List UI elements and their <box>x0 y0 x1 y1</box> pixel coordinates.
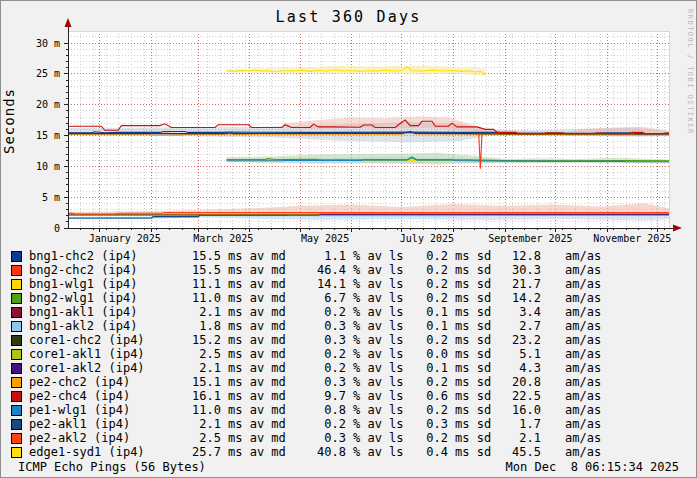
legend-row: bng1-akl2 (ip4)1.8ms av md0.3% av ls0.1m… <box>1 319 696 333</box>
legend-host-label: edge1-syd1 (ip4) <box>29 445 189 459</box>
legend-amas-value: 4.3 <box>491 361 541 375</box>
legend-amas-unit: am/as <box>565 417 601 431</box>
legend-row: bng1-akl1 (ip4)2.1ms av md0.2% av ls0.1m… <box>1 305 696 319</box>
ping-latency-chart: 30 m25 m20 m15 m10 m5 m0January 2025Marc… <box>1 1 697 247</box>
legend-stddev-value: 0.6 <box>404 389 448 403</box>
legend-amas-unit: am/as <box>565 361 601 375</box>
legend-amas-unit: am/as <box>565 291 601 305</box>
legend-median-value: 25.7 <box>189 445 221 459</box>
legend-amas-unit: am/as <box>565 431 601 445</box>
x-tick-label: January 2025 <box>89 233 161 244</box>
legend-amas-unit: am/as <box>565 305 601 319</box>
legend-stddev-value: 0.2 <box>404 291 448 305</box>
legend-loss-unit: % av ls <box>353 389 404 403</box>
legend-loss-value: 0.3 <box>286 333 346 347</box>
legend-row: bng1-wlg1 (ip4)11.1ms av md14.1% av ls0.… <box>1 277 696 291</box>
legend-amas-value: 30.3 <box>491 263 541 277</box>
legend-median-unit: ms av md <box>228 361 286 375</box>
legend-stddev-unit: ms sd <box>455 403 491 417</box>
legend-median-value: 11.0 <box>189 403 221 417</box>
y-tick-label: 20 m <box>36 99 60 110</box>
legend-stddev-value: 0.2 <box>404 249 448 263</box>
legend-amas-value: 45.5 <box>491 445 541 459</box>
legend-stddev-unit: ms sd <box>455 319 491 333</box>
legend-color-swatch <box>11 419 22 430</box>
legend-loss-unit: % av ls <box>353 347 404 361</box>
legend-loss-unit: % av ls <box>353 431 404 445</box>
legend-loss-unit: % av ls <box>353 291 404 305</box>
legend-median-unit: ms av md <box>228 291 286 305</box>
x-axis-arrow <box>673 225 682 232</box>
legend-stddev-unit: ms sd <box>455 417 491 431</box>
x-tick-label: May 2025 <box>301 233 349 244</box>
legend-median-unit: ms av md <box>228 445 286 459</box>
probe-description: ICMP Echo Pings (56 Bytes) <box>18 460 206 474</box>
x-tick-label: September 2025 <box>488 233 572 244</box>
legend-host-label: core1-akl2 (ip4) <box>29 361 189 375</box>
legend-stddev-unit: ms sd <box>455 291 491 305</box>
y-tick-label: 25 m <box>36 68 60 79</box>
legend-loss-unit: % av ls <box>353 361 404 375</box>
legend-median-value: 11.0 <box>189 291 221 305</box>
y-tick-label: 15 m <box>36 130 60 141</box>
legend-amas-value: 16.0 <box>491 403 541 417</box>
legend-loss-unit: % av ls <box>353 417 404 431</box>
legend-median-value: 2.1 <box>189 417 221 431</box>
legend-median-unit: ms av md <box>228 319 286 333</box>
legend-stddev-unit: ms sd <box>455 263 491 277</box>
legend-amas-value: 20.8 <box>491 375 541 389</box>
x-tick-label: July 2025 <box>400 233 454 244</box>
legend-stddev-value: 0.1 <box>404 305 448 319</box>
legend-loss-unit: % av ls <box>353 333 404 347</box>
legend-amas-value: 2.7 <box>491 319 541 333</box>
legend-loss-unit: % av ls <box>353 305 404 319</box>
legend-color-swatch <box>11 279 22 290</box>
legend-loss-value: 9.7 <box>286 389 346 403</box>
y-tick-label: 5 m <box>42 192 60 203</box>
legend-median-value: 11.1 <box>189 277 221 291</box>
legend-color-swatch <box>11 377 22 388</box>
legend-median-value: 1.8 <box>189 319 221 333</box>
x-tick-label: March 2025 <box>193 233 253 244</box>
timestamp: Mon Dec 8 06:15:34 2025 <box>506 460 679 474</box>
legend-loss-value: 0.3 <box>286 431 346 445</box>
legend-stddev-value: 0.1 <box>404 319 448 333</box>
legend-row: pe2-akl2 (ip4)2.5ms av md0.3% av ls0.2ms… <box>1 431 696 445</box>
legend-amas-unit: am/as <box>565 389 601 403</box>
legend-amas-unit: am/as <box>565 277 601 291</box>
legend-stddev-unit: ms sd <box>455 431 491 445</box>
legend-median-value: 15.2 <box>189 333 221 347</box>
legend-median-value: 15.5 <box>189 249 221 263</box>
legend-median-value: 2.1 <box>189 361 221 375</box>
legend-host-label: pe2-akl1 (ip4) <box>29 417 189 431</box>
legend-loss-unit: % av ls <box>353 263 404 277</box>
legend-amas-unit: am/as <box>565 375 601 389</box>
legend-color-swatch <box>11 321 22 332</box>
smokeping-graph-window: Last 360 Days Seconds RRDTOOL / TOBI OET… <box>0 0 697 478</box>
legend-loss-unit: % av ls <box>353 445 404 459</box>
y-axis-arrow <box>65 18 72 27</box>
legend-stddev-unit: ms sd <box>455 305 491 319</box>
legend-host-label: core1-akl1 (ip4) <box>29 347 189 361</box>
legend-color-swatch <box>11 433 22 444</box>
legend-median-unit: ms av md <box>228 305 286 319</box>
legend-amas-value: 1.7 <box>491 417 541 431</box>
legend-host-label: pe2-chc4 (ip4) <box>29 389 189 403</box>
legend-color-swatch <box>11 363 22 374</box>
legend-host-label: pe2-chc2 (ip4) <box>29 375 189 389</box>
legend-amas-value: 2.1 <box>491 431 541 445</box>
legend-amas-value: 3.4 <box>491 305 541 319</box>
legend-loss-value: 1.1 <box>286 249 346 263</box>
legend-color-swatch <box>11 405 22 416</box>
legend-loss-unit: % av ls <box>353 375 404 389</box>
legend-median-unit: ms av md <box>228 249 286 263</box>
legend-amas-value: 22.5 <box>491 389 541 403</box>
legend-amas-unit: am/as <box>565 347 601 361</box>
legend-amas-unit: am/as <box>565 319 601 333</box>
legend-row: pe2-chc4 (ip4)16.1ms av md9.7% av ls0.6m… <box>1 389 696 403</box>
legend-median-value: 2.1 <box>189 305 221 319</box>
legend-color-swatch <box>11 391 22 402</box>
legend-stddev-value: 0.3 <box>404 417 448 431</box>
legend-loss-value: 0.3 <box>286 319 346 333</box>
legend-amas-unit: am/as <box>565 333 601 347</box>
